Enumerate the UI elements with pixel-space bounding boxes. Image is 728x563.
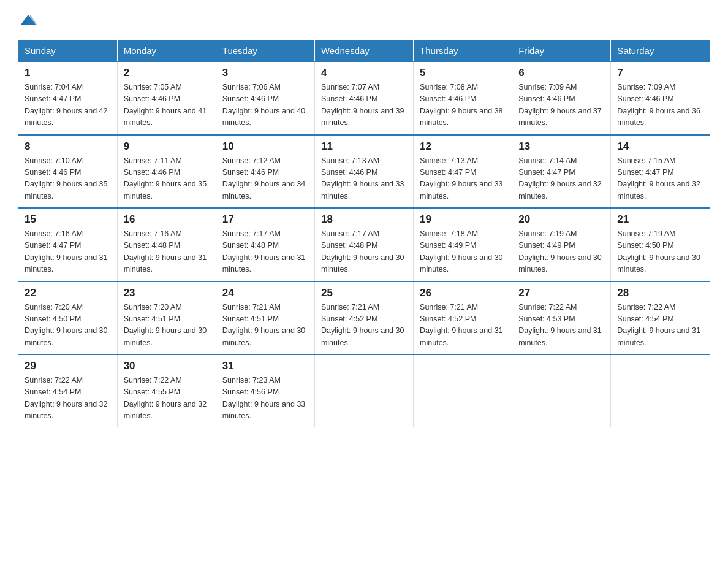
calendar-cell: 15Sunrise: 7:16 AMSunset: 4:47 PMDayligh… [18,208,117,282]
day-info: Sunrise: 7:10 AMSunset: 4:46 PMDaylight:… [25,155,111,203]
day-info: Sunrise: 7:14 AMSunset: 4:47 PMDaylight:… [518,155,604,203]
calendar-cell: 11Sunrise: 7:13 AMSunset: 4:46 PMDayligh… [314,135,413,209]
calendar-cell: 24Sunrise: 7:21 AMSunset: 4:51 PMDayligh… [216,282,314,355]
calendar-cell: 10Sunrise: 7:12 AMSunset: 4:46 PMDayligh… [216,135,314,209]
day-info: Sunrise: 7:08 AMSunset: 4:46 PMDaylight:… [420,82,506,129]
day-number: 28 [617,287,703,299]
calendar-cell: 22Sunrise: 7:20 AMSunset: 4:50 PMDayligh… [18,282,117,355]
day-info: Sunrise: 7:06 AMSunset: 4:46 PMDaylight:… [222,82,308,129]
day-number: 9 [124,140,210,153]
day-info: Sunrise: 7:20 AMSunset: 4:50 PMDaylight:… [25,302,111,350]
day-info: Sunrise: 7:21 AMSunset: 4:51 PMDaylight:… [222,302,308,350]
calendar-cell: 16Sunrise: 7:16 AMSunset: 4:48 PMDayligh… [117,208,216,282]
calendar-cell: 19Sunrise: 7:18 AMSunset: 4:49 PMDayligh… [414,208,512,282]
day-info: Sunrise: 7:16 AMSunset: 4:47 PMDaylight:… [25,228,111,276]
day-info: Sunrise: 7:19 AMSunset: 4:50 PMDaylight:… [617,228,703,276]
day-header-saturday: Saturday [611,40,710,61]
calendar-cell [314,354,413,427]
calendar-cell: 7Sunrise: 7:09 AMSunset: 4:46 PMDaylight… [611,61,710,135]
day-info: Sunrise: 7:04 AMSunset: 4:47 PMDaylight:… [25,82,111,129]
calendar-cell [611,354,710,427]
day-info: Sunrise: 7:07 AMSunset: 4:46 PMDaylight:… [321,82,407,129]
calendar-cell: 23Sunrise: 7:20 AMSunset: 4:51 PMDayligh… [117,282,216,355]
day-number: 5 [420,67,506,79]
day-number: 11 [321,140,407,153]
day-number: 4 [321,67,407,79]
day-number: 27 [518,287,604,299]
day-info: Sunrise: 7:22 AMSunset: 4:53 PMDaylight:… [518,302,604,350]
calendar-cell: 31Sunrise: 7:23 AMSunset: 4:56 PMDayligh… [216,354,314,427]
logo [18,12,37,29]
calendar-cell: 18Sunrise: 7:17 AMSunset: 4:48 PMDayligh… [314,208,413,282]
logo-icon [20,12,37,29]
day-info: Sunrise: 7:16 AMSunset: 4:48 PMDaylight:… [124,228,210,276]
calendar-cell: 20Sunrise: 7:19 AMSunset: 4:49 PMDayligh… [512,208,611,282]
day-number: 19 [420,213,506,226]
day-info: Sunrise: 7:21 AMSunset: 4:52 PMDaylight:… [420,302,506,350]
day-number: 15 [25,213,111,226]
day-number: 31 [222,360,308,372]
calendar-cell: 17Sunrise: 7:17 AMSunset: 4:48 PMDayligh… [216,208,314,282]
day-number: 8 [25,140,111,153]
calendar-week-row: 29Sunrise: 7:22 AMSunset: 4:54 PMDayligh… [18,354,710,427]
calendar-cell [512,354,611,427]
calendar-cell: 27Sunrise: 7:22 AMSunset: 4:53 PMDayligh… [512,282,611,355]
day-info: Sunrise: 7:22 AMSunset: 4:54 PMDaylight:… [25,375,111,423]
calendar-week-row: 15Sunrise: 7:16 AMSunset: 4:47 PMDayligh… [18,208,710,282]
calendar-cell: 3Sunrise: 7:06 AMSunset: 4:46 PMDaylight… [216,61,314,135]
calendar-cell: 30Sunrise: 7:22 AMSunset: 4:55 PMDayligh… [117,354,216,427]
calendar-cell: 8Sunrise: 7:10 AMSunset: 4:46 PMDaylight… [18,135,117,209]
day-info: Sunrise: 7:18 AMSunset: 4:49 PMDaylight:… [420,228,506,276]
calendar-cell: 12Sunrise: 7:13 AMSunset: 4:47 PMDayligh… [414,135,512,209]
day-info: Sunrise: 7:13 AMSunset: 4:47 PMDaylight:… [420,155,506,203]
calendar-cell: 13Sunrise: 7:14 AMSunset: 4:47 PMDayligh… [512,135,611,209]
day-number: 21 [617,213,703,226]
day-info: Sunrise: 7:22 AMSunset: 4:54 PMDaylight:… [617,302,703,350]
calendar-cell: 4Sunrise: 7:07 AMSunset: 4:46 PMDaylight… [314,61,413,135]
day-info: Sunrise: 7:21 AMSunset: 4:52 PMDaylight:… [321,302,407,350]
day-header-friday: Friday [512,40,611,61]
day-info: Sunrise: 7:19 AMSunset: 4:49 PMDaylight:… [518,228,604,276]
day-number: 29 [25,360,111,372]
day-info: Sunrise: 7:09 AMSunset: 4:46 PMDaylight:… [617,82,703,129]
calendar-cell [414,354,512,427]
day-header-sunday: Sunday [18,40,117,61]
day-number: 30 [124,360,210,372]
day-info: Sunrise: 7:17 AMSunset: 4:48 PMDaylight:… [321,228,407,276]
calendar-cell: 28Sunrise: 7:22 AMSunset: 4:54 PMDayligh… [611,282,710,355]
calendar-cell: 6Sunrise: 7:09 AMSunset: 4:46 PMDaylight… [512,61,611,135]
day-number: 22 [25,287,111,299]
calendar-cell: 2Sunrise: 7:05 AMSunset: 4:46 PMDaylight… [117,61,216,135]
day-number: 24 [222,287,308,299]
page-header [18,12,710,29]
day-number: 16 [124,213,210,226]
calendar-cell: 9Sunrise: 7:11 AMSunset: 4:46 PMDaylight… [117,135,216,209]
calendar-week-row: 1Sunrise: 7:04 AMSunset: 4:47 PMDaylight… [18,61,710,135]
calendar-week-row: 8Sunrise: 7:10 AMSunset: 4:46 PMDaylight… [18,135,710,209]
day-info: Sunrise: 7:22 AMSunset: 4:55 PMDaylight:… [124,375,210,423]
calendar-cell: 26Sunrise: 7:21 AMSunset: 4:52 PMDayligh… [414,282,512,355]
day-info: Sunrise: 7:13 AMSunset: 4:46 PMDaylight:… [321,155,407,203]
calendar-cell: 14Sunrise: 7:15 AMSunset: 4:47 PMDayligh… [611,135,710,209]
day-info: Sunrise: 7:05 AMSunset: 4:46 PMDaylight:… [124,82,210,129]
day-info: Sunrise: 7:23 AMSunset: 4:56 PMDaylight:… [222,375,308,423]
day-number: 23 [124,287,210,299]
day-header-monday: Monday [117,40,216,61]
day-number: 25 [321,287,407,299]
day-number: 6 [518,67,604,79]
calendar-cell: 1Sunrise: 7:04 AMSunset: 4:47 PMDaylight… [18,61,117,135]
calendar-cell: 25Sunrise: 7:21 AMSunset: 4:52 PMDayligh… [314,282,413,355]
day-info: Sunrise: 7:17 AMSunset: 4:48 PMDaylight:… [222,228,308,276]
day-number: 14 [617,140,703,153]
day-header-thursday: Thursday [414,40,512,61]
day-number: 17 [222,213,308,226]
calendar-cell: 21Sunrise: 7:19 AMSunset: 4:50 PMDayligh… [611,208,710,282]
calendar-header-row: SundayMondayTuesdayWednesdayThursdayFrid… [18,40,710,61]
day-number: 18 [321,213,407,226]
day-info: Sunrise: 7:20 AMSunset: 4:51 PMDaylight:… [124,302,210,350]
day-number: 2 [124,67,210,79]
day-number: 26 [420,287,506,299]
day-number: 10 [222,140,308,153]
calendar-cell: 5Sunrise: 7:08 AMSunset: 4:46 PMDaylight… [414,61,512,135]
calendar-body: 1Sunrise: 7:04 AMSunset: 4:47 PMDaylight… [18,61,710,427]
